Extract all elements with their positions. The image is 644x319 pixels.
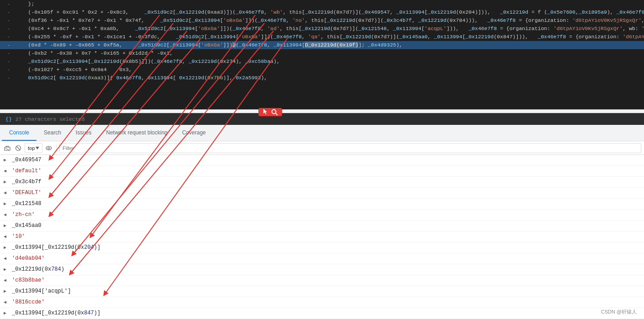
return-arrow: ◀ [4,211,9,219]
svg-line-6 [17,146,20,149]
console-toolbar: top [0,141,644,155]
console-value: _0x113994[_0x12219d(0x204)] [12,243,100,252]
line-gutter: - [0,57,14,66]
code-line: - (-0x255 * -0xf + -0x1 * -0x1ce1 + -0x3… [0,33,644,41]
svg-point-17 [272,110,276,114]
expand-arrow[interactable]: ▶ [4,265,9,274]
console-value: _0x469547 [12,156,41,164]
console-string: 'd4e0ab04' [12,254,45,262]
console-row: ▶ _0x12219d(0x784) [0,264,644,275]
tab-search[interactable]: Search [36,125,68,141]
search-icon [271,109,278,115]
console-row: ▶ _0x113994[_0x12219d(0x204)] [0,242,644,253]
return-arrow: ◀ [4,298,9,307]
expand-arrow[interactable]: ▶ [4,221,9,230]
clear-icon [4,145,10,151]
line-gutter: - [0,16,14,25]
line-gutter: - [0,41,14,49]
clear-console-button[interactable] [3,144,12,153]
return-arrow: ◀ [4,189,9,197]
expand-arrow[interactable]: ▶ [4,243,9,252]
stop-logging-button[interactable] [14,144,23,153]
tab-network-blocking[interactable]: Network request blocking [99,125,175,141]
return-arrow: ◀ [4,254,9,263]
devtools-tabs-bar: Console Search Issues Network request bl… [0,125,644,141]
code-editor: - }; - (-0x105f + 0xc91 * 0x2 + -0x8c3, … [0,0,644,109]
selection-text: 27 characters selected [15,116,85,122]
tab-coverage-label: Coverage [182,129,206,136]
watermark: CSDN @轩辕人 [601,309,637,315]
eye-icon [46,145,52,151]
cursor-icon [262,109,269,115]
tab-console-label: Console [9,129,29,136]
expand-arrow[interactable]: ▶ [4,200,9,208]
console-value: _0x121548 [12,200,41,208]
horizontal-scrollbar[interactable] [0,109,644,113]
console-row: ◀ 'c83b8bae' [0,275,644,286]
tab-issues-label: Issues [76,129,92,136]
console-value: _0x113994[_0x12219d(0x847)] [12,309,100,317]
line-gutter: - [0,66,14,74]
console-row: ▶ _0x113994[_0x12219d(0x847)] [0,308,644,319]
expand-arrow[interactable]: ▶ [4,309,9,318]
tab-coverage[interactable]: Coverage [175,125,213,141]
console-row: ◀ '8816ccde' [0,297,644,308]
show-levels-button[interactable] [44,144,53,153]
svg-line-18 [276,113,278,116]
console-string: 'zh-cn' [12,211,35,219]
expand-arrow[interactable]: ▶ [4,178,9,186]
code-line: - (-0x1027 + -0xcc5 + 0x9a4 0x3, [0,66,644,74]
console-output: ▶ _0x469547 ◀ 'default' ▶ _0x3c4b7f ◀ 'D… [0,155,644,319]
line-gutter: - [0,49,14,57]
svg-point-7 [46,146,52,150]
return-arrow: ◀ [4,232,9,241]
console-row: ▶ _0x145aa0 [0,221,644,232]
console-row: ▶ _0x121548 [0,199,644,210]
return-arrow: ◀ [4,276,9,285]
code-tooltip [258,108,282,116]
code-line: - (-0xb2 * -0x38 + 0x7 * -0x165 + 0x1d2d… [0,49,644,57]
code-line: - 0x51d9c2[ 0x12219d(0xaa3)]( 0x46e7f8, … [0,74,644,82]
code-line-highlighted: - (0xd * -0x89 + -0x865 + 0xf5a, _0x51d9… [0,41,644,49]
code-line: - (0xf36 + -0x1 * 0x7e7 + -0x1 * 0x74f, … [0,16,644,25]
console-string: 'DEFAULT' [12,189,41,197]
filter-input[interactable] [59,143,641,153]
console-string: '10' [12,232,25,241]
line-gutter: - [0,74,14,82]
console-row: ◀ 'd4e0ab04' [0,253,644,264]
bracket-icon: {} [5,116,12,122]
console-row: ◀ 'DEFAULT' [0,188,644,199]
tab-search-label: Search [44,129,61,136]
console-row: ◀ 'zh-cn' [0,210,644,221]
context-label: top [28,145,35,151]
console-string: 'c83b8bae' [12,276,45,284]
tab-console[interactable]: Console [2,125,36,141]
context-dropdown[interactable]: top [25,143,42,153]
expand-arrow[interactable]: ▶ [4,156,9,165]
svg-line-4 [5,148,9,150]
console-string: '8816ccde' [12,298,45,306]
console-value: _0x113994['acqpL'] [12,287,71,295]
return-arrow: ◀ [4,167,9,175]
svg-point-8 [48,147,50,149]
line-gutter: - [0,25,14,33]
console-row: ▶ _0x469547 [0,155,644,166]
console-row: ◀ 'default' [0,166,644,177]
console-value: _0x145aa0 [12,221,41,230]
selection-bar: {} 27 characters selected [0,113,644,125]
svg-rect-0 [5,147,10,150]
expand-arrow[interactable]: ▶ [4,287,9,296]
code-line: - (-0x105f + 0xc91 * 0x2 + -0x8c3, _0x51… [0,8,644,16]
line-gutter: - [0,0,14,8]
console-string: 'default' [12,167,41,175]
line-gutter: - [0,8,14,16]
code-line: - (0xc4 + 0x9c7 + -0x1 * 0xa8b, _0x51d9c… [0,25,644,33]
console-value: _0x12219d(0x784) [12,265,64,273]
console-row: ◀ '10' [0,232,644,242]
line-gutter: - [0,33,14,41]
console-value: _0x3c4b7f [12,178,41,186]
tab-issues[interactable]: Issues [68,125,99,141]
console-row: ▶ _0x113994['acqpL'] [0,286,644,297]
code-line: - }; [0,0,644,8]
console-row: ▶ _0x3c4b7f [0,177,644,188]
